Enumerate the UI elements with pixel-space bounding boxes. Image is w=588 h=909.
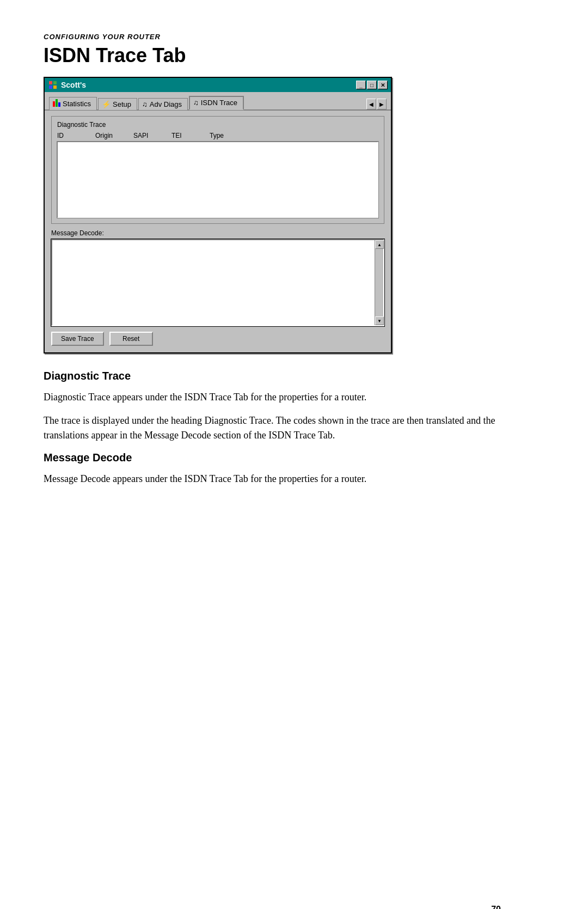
diagnostic-trace-paragraph-1: Diagnostic Trace appears under the ISDN … (44, 390, 534, 405)
col-tei: TEI (171, 132, 210, 139)
svg-rect-3 (53, 86, 57, 89)
reset-button[interactable]: Reset (109, 332, 153, 346)
tab-navigation: ◀ ▶ (366, 99, 387, 109)
tab-isdn-trace[interactable]: ♫ ISDN Trace (189, 96, 244, 110)
close-button[interactable]: ✕ (378, 81, 388, 89)
message-decode-section: Message Decode: ▲ ▼ (51, 229, 384, 326)
tab-bar: Statistics ⚡ Setup ♫ Adv Diags ♫ ISDN Tr… (45, 92, 391, 111)
minimize-button[interactable]: _ (356, 81, 366, 89)
isdn-trace-icon: ♫ (193, 99, 199, 107)
chapter-label: Configuring Your Router (44, 33, 544, 41)
tab-prev-button[interactable]: ◀ (366, 99, 376, 109)
windows-dialog: Scott's _ □ ✕ Statistics (44, 77, 392, 353)
message-decode-heading: Message Decode (44, 452, 544, 464)
svg-rect-5 (56, 99, 58, 107)
message-decode-scrollbar[interactable]: ▲ ▼ (375, 240, 383, 325)
setup-icon: ⚡ (102, 100, 111, 108)
tab-isdn-trace-label: ISDN Trace (201, 99, 237, 107)
save-trace-button[interactable]: Save Trace (51, 332, 104, 346)
tab-adv-diags[interactable]: ♫ Adv Diags (138, 98, 188, 110)
tab-setup-label: Setup (113, 100, 131, 108)
tab-adv-diags-label: Adv Diags (150, 100, 182, 108)
trace-list[interactable] (57, 142, 378, 218)
tab-statistics[interactable]: Statistics (49, 97, 97, 110)
tab-next-button[interactable]: ▶ (377, 99, 387, 109)
scrollbar-track (375, 249, 383, 316)
diagnostic-trace-paragraph-2: The trace is displayed under the heading… (44, 413, 534, 443)
statistics-icon (53, 99, 60, 108)
svg-rect-6 (58, 102, 60, 107)
tab-statistics-label: Statistics (63, 100, 91, 108)
col-sapi: SAPI (133, 132, 171, 139)
scrollbar-down-button[interactable]: ▼ (375, 316, 384, 325)
svg-rect-4 (53, 101, 55, 107)
dialog-icon (48, 80, 58, 90)
page-number: 70 (491, 905, 501, 909)
svg-rect-0 (49, 81, 52, 84)
dialog-buttons: Save Trace Reset (51, 332, 384, 346)
diagnostic-trace-group: Diagnostic Trace ID Origin SAPI TEI Type (51, 116, 384, 224)
message-decode-paragraph-1: Message Decode appears under the ISDN Tr… (44, 472, 534, 486)
svg-rect-1 (53, 81, 57, 84)
message-decode-box[interactable]: ▲ ▼ (51, 239, 384, 326)
scrollbar-up-button[interactable]: ▲ (375, 240, 384, 249)
col-origin: Origin (95, 132, 133, 139)
window-controls: _ □ ✕ (356, 81, 388, 89)
diagnostic-trace-group-label: Diagnostic Trace (57, 121, 378, 129)
tab-setup[interactable]: ⚡ Setup (98, 98, 137, 110)
titlebar: Scott's _ □ ✕ (45, 78, 391, 92)
col-id: ID (57, 132, 95, 139)
dialog-title: Scott's (61, 81, 86, 89)
diagnostic-trace-heading: Diagnostic Trace (44, 370, 544, 382)
adv-diags-icon: ♫ (142, 100, 148, 108)
svg-rect-2 (49, 86, 52, 89)
message-decode-label: Message Decode: (51, 229, 384, 237)
trace-column-headers: ID Origin SAPI TEI Type (57, 132, 378, 139)
page-title: ISDN Trace Tab (44, 44, 544, 67)
dialog-body: Diagnostic Trace ID Origin SAPI TEI Type… (45, 111, 391, 352)
maximize-button[interactable]: □ (367, 81, 377, 89)
col-type: Type (210, 132, 248, 139)
